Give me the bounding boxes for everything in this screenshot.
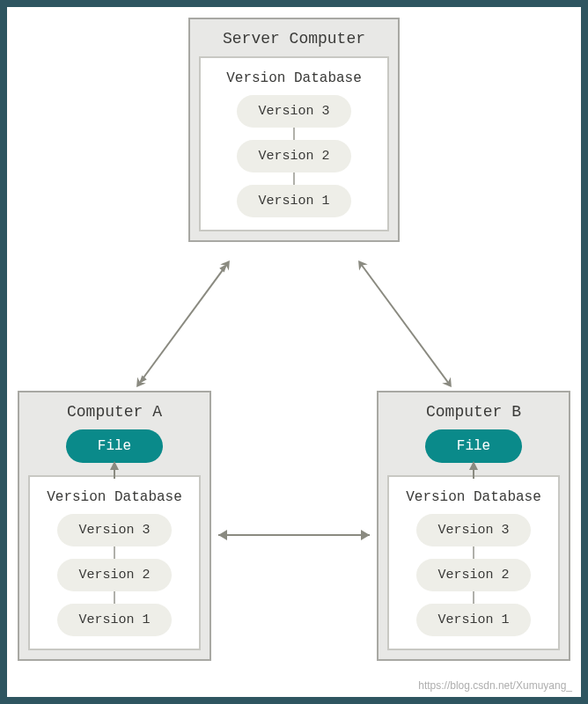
version-pill: Version 1: [416, 604, 531, 636]
version-pill: Version 2: [237, 140, 351, 172]
connector-line: [473, 546, 474, 559]
version-pill: Version 3: [57, 514, 172, 546]
computer-b-box: Computer B File Version Database Version…: [377, 391, 570, 661]
version-pill: Version 3: [237, 95, 351, 128]
computer-a-db-box: Version Database Version 3 Version 2 Ver…: [28, 475, 201, 650]
connector-line: [293, 172, 295, 185]
server-db-title: Version Database: [201, 67, 387, 95]
arrowhead-icon: [139, 375, 147, 385]
arrow-server-to-b: [361, 264, 449, 384]
server-db-box: Version Database Version 3 Version 2 Ver…: [199, 56, 389, 231]
version-pill: Version 2: [57, 559, 172, 591]
computer-a-box: Computer A File Version Database Version…: [18, 391, 211, 661]
computer-a-title: Computer A: [19, 392, 209, 429]
arrowhead-icon: [442, 377, 456, 390]
version-pill: Version 2: [416, 559, 531, 591]
computer-b-db-title: Version Database: [389, 486, 558, 514]
file-pill: File: [66, 429, 163, 463]
arrowhead-icon: [218, 530, 227, 540]
arrowhead-icon: [361, 530, 370, 540]
version-pill: Version 1: [57, 604, 172, 636]
diagram-canvas: Server Computer Version Database Version…: [7, 7, 581, 697]
computer-a-db-title: Version Database: [30, 486, 199, 514]
computer-b-db-box: Version Database Version 3 Version 2 Ver…: [387, 475, 560, 650]
arrowhead-icon: [220, 257, 234, 270]
arrow-server-to-a: [139, 264, 227, 384]
connector-line: [114, 591, 115, 604]
server-title: Server Computer: [190, 19, 398, 56]
arrowhead-icon: [219, 263, 227, 273]
connector-line: [114, 546, 115, 559]
connector-line: [473, 591, 474, 604]
watermark-text: https://blog.csdn.net/Xumuyang_: [418, 679, 572, 692]
arrowhead-icon: [354, 257, 368, 270]
computer-b-title: Computer B: [379, 392, 569, 429]
server-computer-box: Server Computer Version Database Version…: [188, 18, 400, 242]
version-pill: Version 1: [237, 185, 351, 217]
file-pill: File: [425, 429, 522, 463]
version-pill: Version 3: [416, 514, 531, 546]
arrowhead-icon: [132, 377, 146, 390]
connector-line: [293, 128, 295, 140]
